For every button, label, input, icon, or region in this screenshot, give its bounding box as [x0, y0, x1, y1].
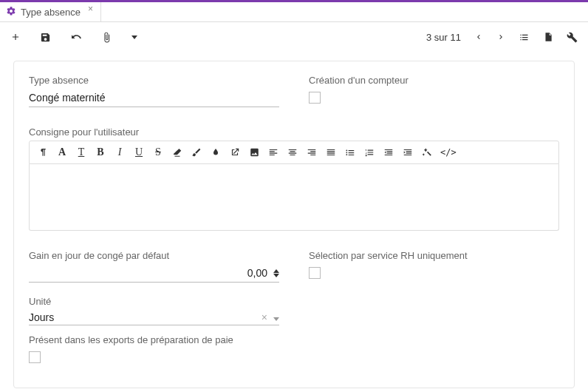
rte-strike-icon[interactable]: S: [152, 146, 164, 159]
rte-fontfamily-icon[interactable]: A: [56, 146, 68, 159]
creation-compteur-label: Création d'un compteur: [309, 75, 559, 86]
rte-magic-icon[interactable]: [421, 146, 433, 159]
rte-image-icon[interactable]: [248, 146, 260, 159]
tab-title: Type absence: [21, 7, 81, 18]
rte-brush-icon[interactable]: [191, 146, 202, 159]
unite-select[interactable]: Jours ×: [29, 310, 279, 325]
present-export-label: Présent dans les exports de préparation …: [29, 334, 559, 345]
view-form-button[interactable]: [543, 32, 553, 42]
rte-align-justify-icon[interactable]: [325, 146, 337, 159]
new-button[interactable]: [10, 32, 21, 42]
undo-button[interactable]: [70, 31, 82, 43]
rte-toolbar: A T B I U S </>: [29, 141, 559, 164]
rte-list-ol-icon[interactable]: [363, 146, 375, 159]
settings-button[interactable]: [567, 32, 578, 43]
type-absence-input[interactable]: [29, 89, 279, 107]
gain-input[interactable]: [29, 264, 270, 282]
tab-close-icon[interactable]: ×: [88, 4, 93, 14]
rte-align-center-icon[interactable]: [287, 146, 298, 159]
pager-text: 3 sur 11: [426, 32, 461, 43]
rte-italic-icon[interactable]: I: [114, 146, 126, 159]
creation-compteur-checkbox[interactable]: [309, 92, 321, 104]
main-toolbar: 3 sur 11: [0, 22, 588, 52]
rte-editor[interactable]: [29, 164, 559, 231]
rte-fontsize-icon[interactable]: T: [75, 146, 87, 159]
present-export-checkbox[interactable]: [29, 351, 41, 363]
rte-underline-icon[interactable]: U: [133, 146, 145, 159]
more-menu[interactable]: [131, 36, 137, 39]
rte-paragraph-icon[interactable]: [37, 146, 49, 159]
rte-indent-icon[interactable]: [402, 146, 414, 159]
rte-link-icon[interactable]: [229, 146, 241, 159]
gain-label: Gain en jour de congé par défaut: [29, 250, 279, 261]
selection-rh-checkbox[interactable]: [309, 267, 321, 279]
pager-prev[interactable]: [474, 33, 483, 41]
form-card: Type absence Création d'un compteur Cons…: [13, 61, 575, 388]
chevron-down-icon[interactable]: [273, 312, 279, 323]
save-button[interactable]: [40, 32, 51, 43]
view-list-button[interactable]: [519, 32, 530, 43]
rte-outdent-icon[interactable]: [383, 146, 394, 159]
gain-step-down[interactable]: [273, 274, 279, 277]
tab-type-absence[interactable]: Type absence ×: [0, 2, 101, 21]
rte-list-ul-icon[interactable]: [344, 146, 356, 159]
rte-align-right-icon[interactable]: [306, 146, 318, 159]
selection-rh-label: Sélection par service RH uniquement: [309, 250, 559, 261]
pager-next[interactable]: [496, 33, 505, 41]
type-absence-label: Type absence: [29, 75, 279, 86]
rte-align-left-icon[interactable]: [267, 146, 279, 159]
rte-bold-icon[interactable]: B: [95, 146, 106, 159]
rte-code-icon[interactable]: </>: [440, 146, 457, 159]
gear-icon: [6, 6, 16, 18]
gain-step-up[interactable]: [273, 269, 279, 273]
unite-value: Jours: [29, 311, 261, 323]
consigne-label: Consigne pour l'utilisateur: [29, 126, 559, 138]
attach-button[interactable]: [101, 32, 112, 43]
rte-tint-icon[interactable]: [210, 146, 222, 159]
rte-eraser-icon[interactable]: [171, 146, 183, 159]
tab-bar: Type absence ×: [0, 0, 588, 22]
unite-label: Unité: [29, 296, 279, 307]
unite-clear-icon[interactable]: ×: [261, 311, 267, 323]
